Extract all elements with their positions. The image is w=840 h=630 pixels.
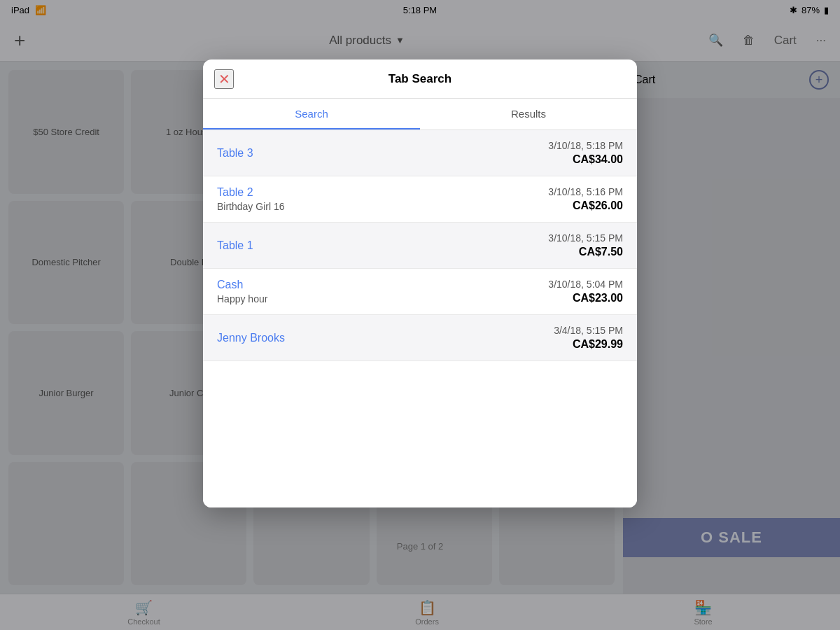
results-tab[interactable]: Results bbox=[420, 99, 637, 130]
result-item[interactable]: Table 2Birthday Girl 163/10/18, 5:16 PMC… bbox=[203, 176, 637, 223]
modal-footer bbox=[203, 486, 637, 507]
result-date: 3/10/18, 5:16 PM bbox=[548, 186, 623, 197]
result-item[interactable]: Jenny Brooks3/4/18, 5:15 PMCA$29.99 bbox=[203, 315, 637, 361]
result-amount: CA$34.00 bbox=[573, 153, 623, 166]
result-name: Cash bbox=[217, 279, 267, 291]
result-sub: Happy hour bbox=[217, 293, 267, 304]
result-date: 3/10/18, 5:15 PM bbox=[548, 232, 623, 244]
result-name: Table 3 bbox=[217, 147, 253, 160]
result-date: 3/10/18, 5:04 PM bbox=[548, 279, 623, 290]
result-item[interactable]: CashHappy hour3/10/18, 5:04 PMCA$23.00 bbox=[203, 269, 637, 315]
result-date: 3/4/18, 5:15 PM bbox=[554, 325, 623, 336]
result-item[interactable]: Table 13/10/18, 5:15 PMCA$7.50 bbox=[203, 223, 637, 269]
results-list: Table 33/10/18, 5:18 PMCA$34.00Table 2Bi… bbox=[203, 130, 637, 486]
result-amount: CA$29.99 bbox=[573, 338, 623, 351]
result-item[interactable]: Table 33/10/18, 5:18 PMCA$34.00 bbox=[203, 130, 637, 176]
tab-search-modal: ✕ Tab Search Search Results Table 33/10/… bbox=[203, 59, 637, 507]
result-date: 3/10/18, 5:18 PM bbox=[548, 140, 623, 151]
result-name: Table 2 bbox=[217, 186, 284, 199]
result-amount: CA$26.00 bbox=[573, 200, 623, 212]
result-name: Jenny Brooks bbox=[217, 332, 285, 344]
result-sub: Birthday Girl 16 bbox=[217, 201, 284, 212]
result-name: Table 1 bbox=[217, 239, 253, 252]
result-amount: CA$23.00 bbox=[573, 292, 623, 304]
modal-close-button[interactable]: ✕ bbox=[214, 69, 234, 89]
modal-tab-bar: Search Results bbox=[203, 99, 637, 130]
modal-header: ✕ Tab Search bbox=[203, 59, 637, 99]
modal-title: Tab Search bbox=[388, 72, 451, 86]
search-tab[interactable]: Search bbox=[203, 99, 420, 130]
modal-overlay: ✕ Tab Search Search Results Table 33/10/… bbox=[0, 0, 840, 630]
result-amount: CA$7.50 bbox=[579, 246, 623, 258]
